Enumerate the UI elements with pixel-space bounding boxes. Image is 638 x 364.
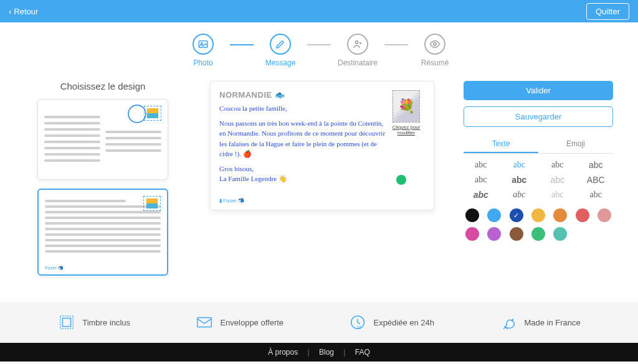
user-add-icon: [352, 39, 363, 50]
postcard-preview[interactable]: NORMANDIE 🐟 Coucou la petite famille, No…: [210, 81, 434, 210]
envelope-icon: [195, 313, 214, 332]
font-option[interactable]: abc: [464, 190, 498, 200]
design-option-split[interactable]: [37, 99, 168, 180]
status-badge-icon: [396, 175, 406, 185]
font-option[interactable]: abc: [579, 190, 614, 200]
svg-rect-5: [63, 318, 71, 326]
tab-emoji[interactable]: Emoji: [538, 136, 613, 153]
mini-stamp-icon: [143, 196, 161, 211]
color-option[interactable]: [531, 227, 545, 241]
color-option[interactable]: [553, 208, 567, 222]
step-message[interactable]: Message: [254, 34, 307, 67]
font-option[interactable]: abc: [502, 190, 537, 200]
font-option[interactable]: abc: [579, 160, 614, 170]
feature-shipping: 24 Expédiée en 24h: [348, 313, 434, 332]
svg-rect-6: [198, 318, 212, 327]
save-button[interactable]: Sauvegarder: [464, 106, 613, 127]
step-photo[interactable]: Photo: [176, 34, 230, 67]
color-option[interactable]: [510, 227, 523, 241]
stamp-image[interactable]: 💐: [393, 90, 420, 123]
font-option[interactable]: abc: [502, 175, 537, 185]
font-option[interactable]: abc: [540, 175, 575, 185]
font-grid: abc abc abc abc abc abc abc ABC abc abc …: [464, 160, 613, 200]
design-option-full[interactable]: Fizzer 📬: [37, 189, 168, 276]
validate-button[interactable]: Valider: [464, 81, 613, 100]
color-option[interactable]: [465, 208, 479, 222]
feature-france: Made in France: [499, 313, 580, 332]
design-signature: Fizzer 📬: [45, 266, 64, 271]
design-title: Choisissez le design: [25, 81, 181, 91]
color-option[interactable]: [465, 227, 479, 241]
photo-icon: [198, 39, 209, 50]
color-option[interactable]: [487, 208, 501, 222]
stamp-edit-link[interactable]: Cliquez pour modifier: [388, 124, 425, 136]
font-option[interactable]: abc: [464, 160, 498, 170]
step-destinataire[interactable]: Destinataire: [331, 34, 384, 67]
feature-envelope: Enveloppe offerte: [195, 313, 283, 332]
rooster-icon: [499, 313, 518, 332]
font-option[interactable]: abc: [502, 160, 537, 170]
color-option[interactable]: [576, 208, 589, 222]
stamp-icon: [57, 313, 76, 332]
color-grid: ✓: [464, 208, 613, 241]
footer-about[interactable]: À propos: [264, 348, 302, 357]
color-option[interactable]: [598, 208, 611, 222]
font-option[interactable]: ABC: [579, 175, 614, 185]
svg-point-2: [355, 41, 358, 44]
color-option[interactable]: [531, 208, 545, 222]
font-option[interactable]: abc: [540, 160, 575, 170]
eye-icon: [429, 39, 440, 50]
back-label: Retour: [14, 7, 38, 16]
font-option[interactable]: abc: [540, 190, 575, 200]
stepper: Photo Message Destinataire Résumé: [0, 34, 638, 67]
footer-faq[interactable]: FAQ: [351, 348, 374, 357]
color-option[interactable]: [553, 227, 567, 241]
font-option[interactable]: abc: [464, 175, 498, 185]
pen-icon: [275, 39, 286, 50]
postcard-signature: ▮ Fizzer 📬: [219, 198, 425, 203]
color-option[interactable]: [487, 227, 501, 241]
features-bar: Timbre inclus Enveloppe offerte 24 Expéd…: [0, 302, 638, 343]
mini-stamp-icon: [144, 106, 161, 121]
footer-blog[interactable]: Blog: [315, 348, 338, 357]
svg-text:24: 24: [357, 325, 362, 330]
back-button[interactable]: ‹ Retour: [9, 7, 38, 16]
tab-texte[interactable]: Texte: [464, 136, 538, 153]
quit-button[interactable]: Quitter: [586, 3, 629, 20]
step-resume[interactable]: Résumé: [408, 34, 462, 67]
color-option[interactable]: ✓: [510, 208, 523, 222]
footer: À propos | Blog | FAQ: [0, 343, 638, 362]
svg-point-3: [434, 43, 437, 46]
clock-icon: 24: [348, 313, 367, 332]
postcard-body[interactable]: Coucou la petite famille, Nous passons u…: [219, 103, 388, 184]
feature-stamp: Timbre inclus: [57, 313, 130, 332]
